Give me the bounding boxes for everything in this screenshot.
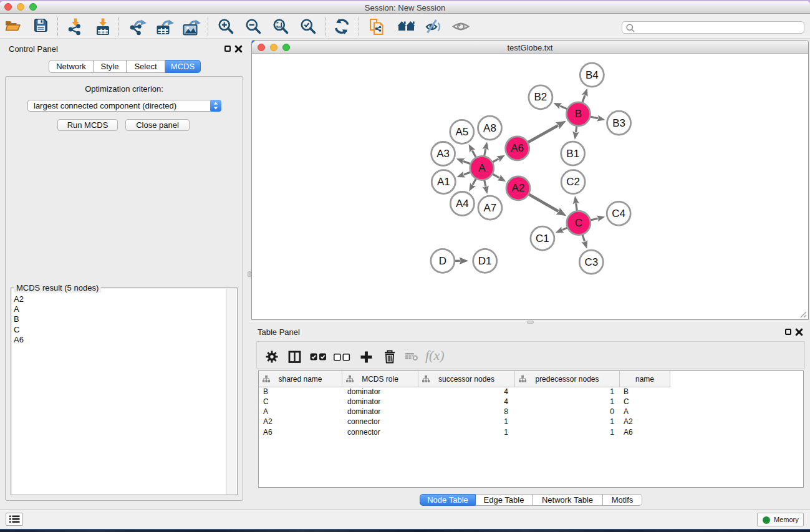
svg-text:A: A	[478, 162, 486, 174]
svg-text:C: C	[575, 217, 582, 229]
svg-text:A6: A6	[511, 142, 524, 154]
svg-text:A4: A4	[456, 198, 469, 210]
svg-text:A1: A1	[437, 176, 450, 188]
svg-text:A8: A8	[483, 122, 496, 134]
svg-text:D: D	[439, 255, 446, 267]
svg-text:C4: C4	[612, 208, 625, 220]
svg-text:A7: A7	[484, 202, 497, 214]
svg-text:A5: A5	[455, 126, 468, 138]
svg-text:B: B	[575, 108, 582, 120]
svg-text:C2: C2	[566, 176, 580, 188]
svg-text:B3: B3	[612, 117, 625, 129]
svg-text:C1: C1	[536, 233, 549, 244]
svg-text:A2: A2	[512, 182, 525, 194]
svg-text:A3: A3	[436, 148, 450, 160]
svg-text:C3: C3	[584, 256, 598, 268]
svg-text:B2: B2	[534, 91, 547, 103]
svg-text:D1: D1	[478, 255, 492, 267]
svg-text:B4: B4	[586, 69, 599, 81]
svg-text:B1: B1	[566, 148, 579, 160]
